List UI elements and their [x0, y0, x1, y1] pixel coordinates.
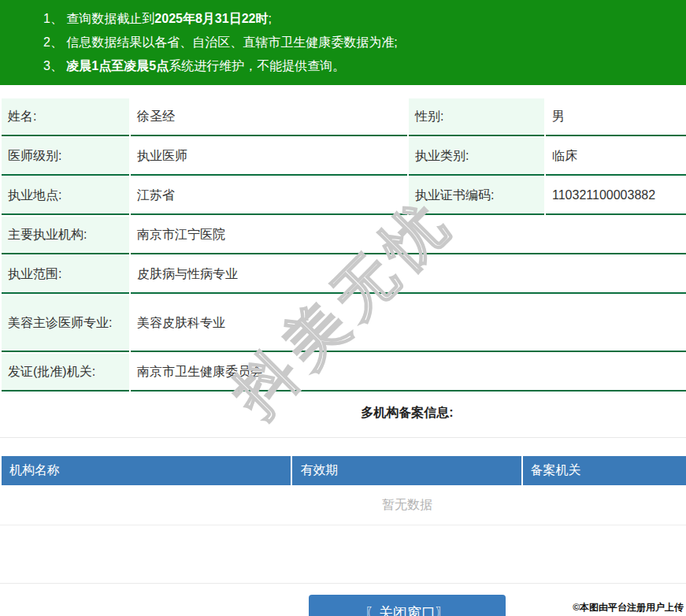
field-value-issuing-authority: 南京市卫生健康委员会: [131, 354, 686, 391]
notice-1-text: 1、 查询数据截止到: [43, 12, 154, 25]
doctor-info-table: 姓名: 徐圣经 性别: 男 医师级别: 执业医师 执业类别: 临床 执业地点: …: [0, 97, 686, 393]
table-row: 美容主诊医师专业: 美容皮肤科专业: [2, 295, 686, 352]
divider: [0, 437, 686, 438]
column-header-filing-authority: 备案机关: [523, 456, 686, 485]
table-row: 执业范围: 皮肤病与性病专业: [2, 256, 686, 294]
upload-credit-text: ©本图由平台注册用户上传: [573, 601, 684, 614]
notice-1-bold: 2025年8月31日22时: [154, 12, 268, 25]
field-value-main-institution: 南京市江宁医院: [131, 217, 686, 254]
field-value-practice-category: 临床: [546, 138, 686, 176]
table-row: 姓名: 徐圣经 性别: 男: [2, 98, 686, 136]
field-label-name: 姓名:: [2, 98, 129, 136]
column-header-institution-name: 机构名称: [2, 456, 291, 485]
field-label-practice-scope: 执业范围:: [2, 256, 129, 294]
multi-org-section-title: 多机构备案信息:: [0, 405, 686, 421]
notice-banner: 1、 查询数据截止到2025年8月31日22时; 2、 信息数据结果以各省、自治…: [0, 0, 686, 85]
multi-org-table: 机构名称 有效期 备案机关: [0, 455, 686, 487]
field-label-practice-category: 执业类别:: [409, 138, 544, 176]
field-label-certificate-number: 执业证书编码:: [409, 177, 544, 215]
field-label-cosmetic-specialty: 美容主诊医师专业:: [2, 295, 129, 352]
field-value-name: 徐圣经: [131, 98, 407, 136]
field-label-issuing-authority: 发证(批准)机关:: [2, 354, 129, 391]
field-value-cosmetic-specialty: 美容皮肤科专业: [131, 295, 686, 352]
notice-3-bold: 凌晨1点至凌晨5点: [66, 59, 169, 72]
field-label-doctor-level: 医师级别:: [2, 138, 129, 176]
notice-line-1: 1、 查询数据截止到2025年8月31日22时;: [43, 7, 686, 31]
table-row: 发证(批准)机关: 南京市卫生健康委员会: [2, 354, 686, 391]
field-value-doctor-level: 执业医师: [131, 138, 407, 176]
notice-3-text: 3、: [43, 59, 66, 72]
spacer: [0, 525, 686, 583]
table-row: 主要执业机构: 南京市江宁医院: [2, 217, 686, 254]
field-label-gender: 性别:: [409, 98, 544, 136]
table-row: 执业地点: 江苏省 执业证书编码: 110321100003882: [2, 177, 686, 215]
table-row: 医师级别: 执业医师 执业类别: 临床: [2, 138, 686, 176]
notice-3-suffix: 系统进行维护，不能提供查询。: [169, 59, 345, 72]
multi-org-header-row: 机构名称 有效期 备案机关: [2, 456, 686, 485]
empty-data-message: 暂无数据: [0, 487, 686, 525]
field-label-main-institution: 主要执业机构:: [2, 217, 129, 254]
field-value-gender: 男: [546, 98, 686, 136]
field-value-certificate-number: 110321100003882: [546, 177, 686, 215]
notice-1-suffix: ;: [268, 12, 271, 25]
field-value-practice-scope: 皮肤病与性病专业: [131, 256, 686, 294]
query-result-page: 1、 查询数据截止到2025年8月31日22时; 2、 信息数据结果以各省、自治…: [0, 0, 686, 616]
close-window-button[interactable]: 〖关闭窗口〗: [309, 595, 506, 616]
field-value-practice-location: 江苏省: [131, 177, 407, 215]
column-header-validity-period: 有效期: [292, 456, 521, 485]
notice-line-3: 3、 凌晨1点至凌晨5点系统进行维护，不能提供查询。: [43, 54, 686, 78]
field-label-practice-location: 执业地点:: [2, 177, 129, 215]
notice-2-text: 2、 信息数据结果以各省、自治区、直辖市卫生健康委数据为准;: [43, 35, 398, 49]
notice-line-2: 2、 信息数据结果以各省、自治区、直辖市卫生健康委数据为准;: [43, 31, 686, 54]
